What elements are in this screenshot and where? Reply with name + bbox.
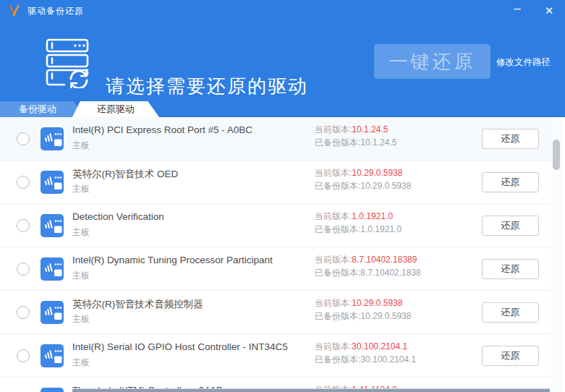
select-radio[interactable]	[17, 349, 30, 362]
driver-row: Intel(R) Serial IO GPIO Host Controller …	[0, 334, 551, 378]
driver-row: 英特尔(R)智音技术 OED 主板 当前版本:10.29.0.5938 已备份版…	[0, 161, 551, 204]
app-window: 驱动备份还原 – ✕ 请选	[0, 0, 565, 392]
backup-version-label: 已备份版本:	[315, 224, 360, 234]
current-version-value: 10.1.24.5	[352, 124, 388, 135]
motherboard-driver-icon	[41, 171, 64, 194]
scrollbar-track[interactable]	[551, 117, 561, 392]
close-button[interactable]: ✕	[533, 0, 565, 22]
driver-name: Intel(R) PCI Express Root Port #5 - A0BC	[72, 124, 252, 135]
driver-name: Intel(R) Dynamic Tuning Processor Partic…	[72, 255, 273, 265]
backup-version: 已备份版本:10.1.24.5	[315, 137, 396, 149]
current-version-value: 10.29.0.5938	[352, 298, 402, 308]
motherboard-driver-icon	[41, 344, 64, 367]
modify-path-link[interactable]: 修改文件路径	[496, 56, 551, 69]
restore-button[interactable]: 还原	[482, 172, 539, 192]
current-version-label: 当前版本:	[315, 124, 352, 135]
current-version: 当前版本:10.29.0.5938	[315, 167, 402, 179]
backup-version: 已备份版本:30.100.2104.1	[315, 354, 416, 366]
backup-version-value: 10.29.0.5938	[360, 181, 411, 191]
onekey-restore-button[interactable]: 一键还原	[374, 44, 490, 79]
backup-version: 已备份版本:8.7.10402.1838	[315, 267, 421, 279]
driver-row: 英特尔(R)智音技术音频控制器 主板 当前版本:10.29.0.5938 已备份…	[0, 291, 551, 334]
current-version-value: 1.0.1921.0	[352, 211, 393, 221]
current-version: 当前版本:8.7.10402.18389	[315, 254, 417, 266]
current-version-value: 8.7.10402.18389	[352, 255, 417, 265]
page-title: 请选择需要还原的驱动	[106, 74, 308, 99]
app-logo-icon	[8, 4, 21, 17]
select-radio[interactable]	[17, 263, 30, 276]
driver-list: Intel(R) PCI Express Root Port #5 - A0BC…	[0, 117, 551, 392]
title-bar: 驱动备份还原 – ✕	[0, 0, 565, 22]
driver-category: 主板	[72, 357, 90, 369]
restore-button[interactable]: 还原	[482, 129, 539, 149]
current-version: 当前版本:30.100.2104.1	[315, 341, 407, 353]
backup-version: 已备份版本:10.29.0.5938	[315, 180, 411, 192]
backup-version: 已备份版本:1.0.1921.0	[315, 223, 402, 236]
current-version-label: 当前版本:	[315, 211, 352, 221]
driver-row: Intel(R) Dynamic Tuning Processor Partic…	[0, 247, 551, 291]
current-version-label: 当前版本:	[315, 255, 352, 265]
current-version-label: 当前版本:	[315, 168, 352, 178]
restore-button[interactable]: 还原	[482, 216, 539, 236]
driver-category: 主板	[72, 226, 90, 239]
driver-name: 英特尔(R)智音技术 OED	[72, 168, 178, 181]
backup-version-label: 已备份版本:	[315, 137, 360, 148]
tab-backup-drivers[interactable]: 备份驱动	[0, 101, 85, 117]
current-version: 当前版本:10.29.0.5938	[315, 297, 402, 310]
current-version-label: 当前版本:	[315, 341, 352, 351]
restore-button[interactable]: 还原	[482, 346, 539, 366]
minimize-button[interactable]: –	[501, 0, 533, 22]
motherboard-driver-icon	[41, 257, 64, 281]
select-radio[interactable]	[17, 176, 30, 189]
backup-version: 已备份版本:10.29.0.5938	[315, 310, 411, 323]
motherboard-driver-icon	[41, 127, 64, 150]
current-version: 当前版本:1.0.1921.0	[315, 210, 393, 223]
restore-button[interactable]: 还原	[482, 259, 539, 279]
backup-version-label: 已备份版本:	[315, 354, 360, 365]
select-radio[interactable]	[17, 219, 30, 232]
driver-row: Detection Verification 主板 当前版本:1.0.1921.…	[0, 204, 551, 247]
backup-version-value: 30.100.2104.1	[360, 354, 416, 365]
backup-version-value: 10.29.0.5938	[360, 311, 411, 321]
driver-category: 主板	[72, 313, 90, 325]
current-version: 当前版本:10.1.24.5	[315, 124, 388, 136]
scrollbar-thumb[interactable]	[553, 140, 560, 170]
backup-version-value: 8.7.10402.1838	[360, 268, 420, 278]
driver-category: 主板	[72, 183, 90, 195]
window-title: 驱动备份还原	[27, 5, 84, 17]
current-version-value: 30.100.2104.1	[352, 341, 407, 351]
backup-version-value: 10.1.24.5	[360, 137, 396, 148]
backup-version-label: 已备份版本:	[315, 311, 360, 321]
driver-category: 主板	[72, 140, 90, 152]
select-radio[interactable]	[17, 306, 30, 319]
header-panel: 请选择需要还原的驱动 一键还原 修改文件路径	[0, 22, 565, 101]
driver-name: Detection Verification	[72, 211, 164, 222]
driver-name: 英特尔(R)智音技术音频控制器	[72, 298, 203, 311]
motherboard-driver-icon	[41, 301, 64, 324]
driver-name: Intel(R) Serial IO GPIO Host Controller …	[72, 341, 288, 352]
server-restore-icon	[45, 38, 94, 88]
driver-category: 主板	[72, 270, 90, 282]
driver-row: Intel(R) PCI Express Root Port #5 - A0BC…	[0, 117, 551, 161]
tab-bar: 备份驱动 还原驱动	[0, 101, 565, 117]
tab-restore-drivers[interactable]: 还原驱动	[72, 101, 159, 117]
motherboard-driver-icon	[41, 214, 64, 237]
current-version-label: 当前版本:	[315, 298, 352, 308]
bottom-edge-strip	[72, 388, 550, 392]
restore-button[interactable]: 还原	[482, 302, 539, 323]
motherboard-driver-icon	[41, 388, 64, 392]
backup-version-value: 1.0.1921.0	[360, 224, 402, 234]
backup-version-label: 已备份版本:	[315, 268, 360, 278]
select-radio[interactable]	[17, 132, 30, 145]
backup-version-label: 已备份版本:	[315, 181, 360, 191]
current-version-value: 10.29.0.5938	[352, 168, 402, 178]
